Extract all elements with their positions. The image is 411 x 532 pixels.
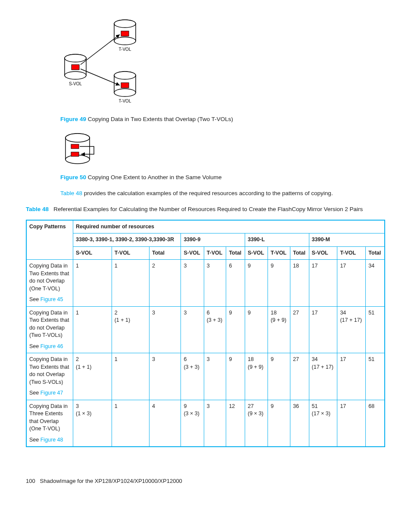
th-c-tvol: T-VOL [268,246,290,260]
cell-value: 17 [337,400,366,447]
table-row: Copying Data in Two Extents that do not … [26,260,385,307]
figure50-caption-text: Copying One Extent to Another in the Sam… [88,174,222,180]
th-b-svol: S-VOL [181,246,204,260]
see-prefix: See [29,343,40,349]
th-group-b: 3390-9 [181,233,245,247]
pattern-see: See Figure 47 [29,389,70,397]
cell-value: 9 [226,306,245,353]
svg-point-8 [114,20,136,28]
th-a-tvol: T-VOL [112,246,149,260]
cell-value: 3 [181,306,204,353]
svg-point-13 [114,72,136,79]
pattern-see: See Figure 45 [29,296,70,304]
th-group-d: 3390-M [309,233,385,247]
pattern-desc: Copying Data in Two Extents that do not … [29,356,70,386]
pattern-see: See Figure 46 [29,343,70,351]
cell-value: 34 (17 + 17) [309,353,337,400]
see-prefix: See [29,437,40,443]
table-row: Copying Data in Three Extents that Overl… [26,400,385,447]
cell-value: 12 [226,400,245,447]
figure-link[interactable]: Figure 45 [40,296,63,302]
table48-link[interactable]: Table 48 [60,190,82,196]
cell-value: 3 [204,353,226,400]
see-prefix: See [29,296,40,302]
th-required: Required number of resources [73,220,385,233]
cell-value: 6 (3 + 3) [204,306,226,353]
cell-value: 3 (1 × 3) [73,400,112,447]
cell-value: 18 (9 + 9) [245,353,268,400]
cell-value: 9 [268,353,290,400]
cell-value: 2 [149,260,181,307]
figure-link[interactable]: Figure 46 [40,343,63,349]
pattern-desc: Copying Data in Three Extents that Overl… [29,403,70,433]
cell-value: 9 (3 × 3) [181,400,204,447]
figure49-diagram: S-VOL T-VOL T-VOL [60,17,385,112]
cell-value: 3 [149,306,181,353]
table48-label: Table 48 [26,206,49,212]
th-group-a: 3380-3, 3390-1, 3390-2, 3390-3,3390-3R [73,233,181,247]
intro-rest: provides the calculation examples of the… [82,190,333,196]
cell-copy-pattern: Copying Data in Two Extents that do not … [26,353,73,400]
cell-value: 1 [112,353,149,400]
cell-value: 17 [309,260,337,307]
svg-rect-4 [72,65,79,70]
svg-point-3 [65,54,86,62]
page-number: 100 [26,478,35,484]
cell-value: 9 [226,353,245,400]
figure-link[interactable]: Figure 48 [40,437,63,443]
th-b-tvol: T-VOL [204,246,226,260]
cell-value: 9 [245,260,268,307]
cell-value: 2 (1 + 1) [112,306,149,353]
svg-point-2 [65,72,86,79]
footer-title: ShadowImage for the XP128/XP1024/XP10000… [40,478,182,484]
svg-rect-9 [121,31,129,36]
svg-rect-14 [121,83,129,88]
th-a-svol: S-VOL [73,246,112,260]
cell-value: 9 [245,306,268,353]
figure49-label: Figure 49 [60,116,86,122]
cell-value: 68 [366,400,385,447]
cell-value: 34 [366,260,385,307]
cell-copy-pattern: Copying Data in Two Extents that do not … [26,260,73,307]
pattern-desc: Copying Data in Two Extents that do not … [29,309,70,339]
cell-value: 18 (9 + 9) [268,306,290,353]
resources-table: Copy Patterns Required number of resourc… [26,220,385,448]
cell-value: 3 [181,260,204,307]
figure-link[interactable]: Figure 47 [40,390,63,396]
th-d-tvol: T-VOL [337,246,366,260]
svg-point-7 [114,37,136,45]
cell-value: 4 [149,400,181,447]
cell-value: 9 [268,400,290,447]
table48-caption-text: Referential Examples for Calculating the… [53,206,363,212]
svg-rect-22 [71,152,79,156]
cell-value: 36 [290,400,309,447]
cell-value: 3 [149,353,181,400]
cell-value: 1 [112,260,149,307]
cell-value: 51 (17 × 3) [309,400,337,447]
tvol-top-label: T-VOL [119,47,131,52]
th-group-c: 3390-L [245,233,309,247]
th-d-total: Total [366,246,385,260]
figure50-label: Figure 50 [60,174,86,180]
cell-value: 1 [73,260,112,307]
th-c-total: Total [290,246,309,260]
cell-value: 3 [204,260,226,307]
cell-value: 6 [226,260,245,307]
th-d-svol: S-VOL [309,246,337,260]
cell-value: 3 [204,400,226,447]
figure50-diagram [60,131,385,170]
cell-value: 17 [337,353,366,400]
table-row: Copying Data in Two Extents that do not … [26,353,385,400]
page-footer: 100 ShadowImage for the XP128/XP1024/XP1… [26,477,385,485]
cell-value: 27 [290,353,309,400]
cell-value: 9 [268,260,290,307]
svg-line-15 [81,34,120,65]
pattern-desc: Copying Data in Two Extents that do not … [29,262,70,292]
svol-label: S-VOL [69,81,82,86]
cell-copy-pattern: Copying Data in Two Extents that do not … [26,306,73,353]
table48-caption: Table 48 Referential Examples for Calcul… [26,205,385,214]
pattern-see: See Figure 48 [29,436,70,444]
th-c-svol: S-VOL [245,246,268,260]
svg-point-20 [65,134,90,142]
th-a-total: Total [149,246,181,260]
